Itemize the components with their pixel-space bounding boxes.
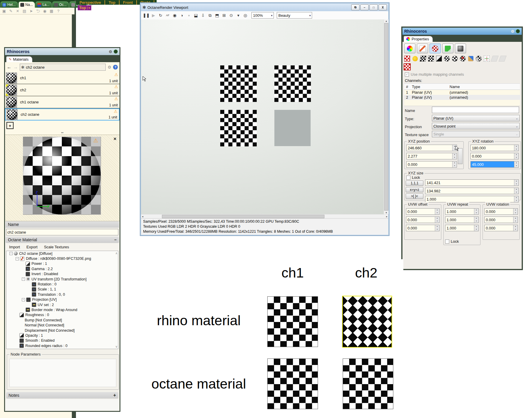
tree-node[interactable]: −Ch2 octane [Diffuse]: [6, 251, 118, 256]
numeric-field[interactable]: 246.660 ▲▼: [406, 145, 457, 151]
tree-node[interactable]: Border mode : Wrap Around: [6, 307, 118, 312]
camera-icon[interactable]: ⬓: [193, 12, 199, 19]
magnifier-icon[interactable]: ⊙: [228, 12, 234, 19]
scroll-left-icon[interactable]: ◂: [141, 215, 144, 218]
box-mapping-icon[interactable]: [427, 55, 435, 62]
channels-col-name[interactable]: Name: [450, 85, 520, 89]
pan-icon[interactable]: ◎: [242, 12, 248, 19]
brush-icon[interactable]: [467, 55, 474, 62]
delete-icon[interactable]: ✕: [15, 9, 21, 13]
expand-icon[interactable]: +: [113, 393, 116, 398]
material-picker-icon[interactable]: ◉: [171, 12, 178, 19]
tree-node[interactable]: −▞Diffuse : rdk$0080-0080-9FC7320E.png: [6, 256, 118, 261]
uv-editor-icon[interactable]: [404, 63, 411, 70]
collapse-icon[interactable]: −: [114, 237, 117, 242]
focus-picker-icon[interactable]: AF: [164, 12, 171, 19]
scroll-up-icon[interactable]: ▴: [386, 19, 387, 22]
edit-icon[interactable]: ✎: [8, 9, 14, 13]
spinner-buttons[interactable]: ▲▼: [474, 225, 478, 231]
material-name-input[interactable]: ch2 octane: [6, 229, 118, 235]
expander-icon[interactable]: −: [16, 257, 19, 260]
tree-node[interactable]: Smooth : Enabled: [6, 338, 118, 343]
size-lock-checkbox[interactable]: [406, 176, 410, 180]
spinner-buttons[interactable]: ▲▼: [452, 153, 457, 159]
restore-down-button[interactable]: ⧉: [351, 4, 359, 10]
material-search-input[interactable]: ✻ ch2 octane: [20, 64, 106, 71]
numeric-field[interactable]: 0.000 ▲▼: [406, 225, 440, 231]
clipboard-icon[interactable]: ⧉: [207, 12, 213, 19]
numeric-field[interactable]: 1.000 ▲▼: [445, 208, 479, 215]
tab-materials[interactable]: ✎ Materials: [6, 56, 32, 62]
tree-node[interactable]: ∿Scale : 1, 1: [6, 287, 118, 292]
render-mode-select[interactable]: Beauty▾: [277, 12, 312, 19]
expander-icon[interactable]: −: [22, 298, 25, 301]
panel-dock-icon[interactable]: [114, 49, 118, 54]
channels-col-type[interactable]: Type: [412, 85, 450, 89]
panel-tab-oc[interactable]: Oc...: [52, 1, 69, 8]
maximize-button[interactable]: □: [369, 4, 378, 10]
gear-icon[interactable]: ⚙: [511, 29, 514, 34]
texture-mapping-button[interactable]: [430, 44, 441, 53]
tree-node[interactable]: Invert : Disabled: [6, 272, 118, 277]
spinner-buttons[interactable]: ▲▼: [514, 161, 518, 167]
forward-button[interactable]: →: [13, 65, 18, 70]
tree-node[interactable]: Bump [Not Connected]: [6, 318, 118, 323]
zoom-select[interactable]: 100%▾: [251, 12, 274, 19]
chevron-down-icon[interactable]: ▾: [87, 6, 90, 9]
numeric-field[interactable]: 0.000 ▲▼: [484, 217, 518, 223]
numeric-field[interactable]: 1.000 ▲▼: [425, 196, 519, 202]
white-balance-icon[interactable]: ◑: [178, 12, 185, 19]
numeric-field[interactable]: 141.421 ▲▼: [425, 179, 519, 186]
numeric-field[interactable]: 1.000 ▲▼: [445, 217, 479, 223]
back-button[interactable]: ←: [7, 65, 11, 70]
menu-scale-textures[interactable]: Scale Textures: [44, 245, 69, 249]
magnifier-caret[interactable]: ▾: [235, 12, 241, 19]
spinner-buttons[interactable]: ▲▼: [474, 217, 478, 223]
restart-button[interactable]: ↻: [157, 12, 164, 19]
pointer-icon[interactable]: ➤: [28, 9, 34, 13]
render-area[interactable]: [141, 19, 384, 214]
material-row-ch2-octane[interactable]: ch2 octane ⚠ 1 unit: [5, 108, 120, 120]
tree-node[interactable]: −…Projection [UV]: [6, 297, 118, 302]
minimize-button[interactable]: –: [360, 4, 369, 10]
folder-icon[interactable]: ▤: [21, 9, 27, 13]
close-icon[interactable]: ✕: [113, 137, 117, 141]
spinner-buttons[interactable]: ▲▼: [514, 145, 518, 151]
subsample-icon[interactable]: ⊞: [221, 12, 227, 19]
active-viewport-chip[interactable]: Top ▾: [78, 5, 91, 10]
properties-panel-titlebar[interactable]: Rhinoceros ⚙: [402, 28, 522, 35]
projection-dropdown[interactable]: Closest point⌄: [432, 123, 520, 129]
copy-mapping-icon[interactable]: 2: [475, 55, 482, 62]
spinner-buttons[interactable]: ▲▼: [435, 217, 439, 223]
use-multiple-checkbox[interactable]: ✓: [405, 72, 409, 77]
scroll-down-icon[interactable]: ∨: [115, 345, 117, 348]
numeric-field[interactable]: 0.000 ▲▼: [484, 225, 518, 231]
thumbnail-icon[interactable]: ▣: [1, 9, 7, 13]
film-icon[interactable]: ▦: [49, 9, 54, 13]
numeric-field[interactable]: 0.000 ▲▼: [484, 208, 518, 215]
materials-panel-titlebar[interactable]: Rhinoceros ⚙: [5, 48, 120, 55]
save-render-icon[interactable]: ⇩: [200, 12, 206, 19]
add-material-button[interactable]: +: [6, 122, 14, 129]
viewport-tab-front[interactable]: Front: [120, 0, 137, 5]
uvw-lock-checkbox[interactable]: [445, 239, 449, 244]
widget-icon[interactable]: [483, 55, 490, 62]
notes-header[interactable]: Notes +: [6, 392, 118, 399]
play-button[interactable]: ▶: [150, 12, 157, 19]
numeric-field[interactable]: 2.277 ▲▼: [406, 153, 457, 159]
pause-button[interactable]: ❚❚: [143, 12, 150, 19]
cube-mapping-icon[interactable]: [435, 55, 442, 62]
gear-icon[interactable]: ⚙: [109, 49, 112, 54]
board-rhino-ch2[interactable]: [342, 296, 392, 348]
lock-resolution-icon[interactable]: ⬒: [214, 12, 220, 19]
tree-node[interactable]: ∿Rotation : 0: [6, 282, 118, 287]
octane-material-header[interactable]: Octane Material −: [6, 237, 119, 243]
panel-tab-la[interactable]: La...: [36, 1, 52, 8]
spinner-buttons[interactable]: ▲▼: [474, 209, 478, 214]
spinner-buttons[interactable]: ▲▼: [514, 180, 518, 186]
layer-page-button[interactable]: [442, 44, 453, 53]
numeric-field[interactable]: 180.000 ▲▼: [470, 145, 519, 151]
ball-mapping-icon[interactable]: [451, 55, 458, 62]
surface-mapping-icon[interactable]: [420, 55, 427, 62]
spinner-buttons[interactable]: ▲▼: [514, 188, 518, 194]
